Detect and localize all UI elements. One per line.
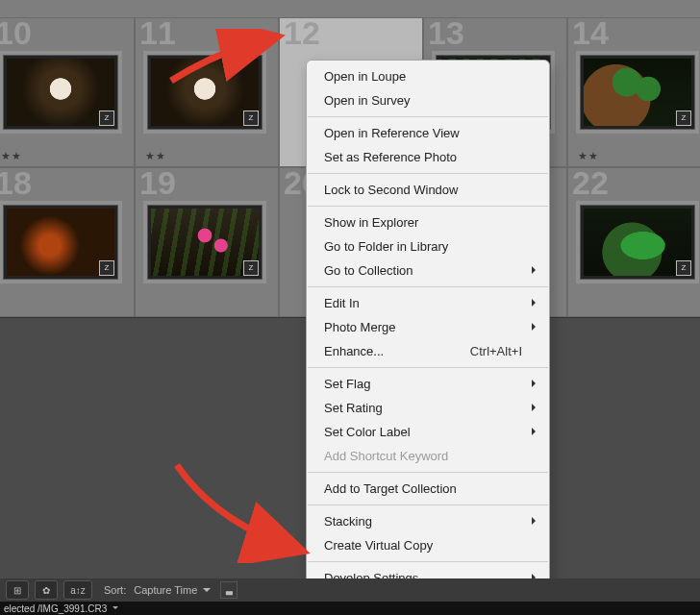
menu-separator xyxy=(308,173,548,174)
menu-photo-merge[interactable]: Photo Merge xyxy=(307,315,549,339)
grid-cell[interactable]: 11 Z ★★ xyxy=(135,17,279,167)
cell-index: 22 xyxy=(572,164,609,202)
thumbnail[interactable]: Z xyxy=(0,51,122,134)
menu-set-flag[interactable]: Set Flag xyxy=(307,372,549,396)
cell-index: 12 xyxy=(284,14,320,52)
thumbnail[interactable]: Z xyxy=(143,51,266,134)
menu-open-reference-view[interactable]: Open in Reference View xyxy=(307,121,549,145)
menu-separator xyxy=(308,504,548,505)
menu-separator xyxy=(308,286,548,287)
grid-cell[interactable]: 19 Z xyxy=(135,167,279,317)
bottom-toolbar: ⊞ ✿ a↕z Sort: Capture Time ▃ xyxy=(0,578,700,602)
menu-set-rating[interactable]: Set Rating xyxy=(307,396,549,420)
menu-separator xyxy=(308,116,548,117)
menu-show-explorer[interactable]: Show in Explorer xyxy=(307,210,549,234)
menu-enhance[interactable]: Enhance...Ctrl+Alt+I xyxy=(307,339,549,363)
menu-set-color-label[interactable]: Set Color Label xyxy=(307,420,549,444)
chevron-down-icon xyxy=(112,606,118,612)
thumbnail[interactable]: Z xyxy=(576,51,699,134)
format-badge-icon: Z xyxy=(243,260,259,276)
format-badge-icon: Z xyxy=(99,260,114,276)
menu-add-target-collection[interactable]: Add to Target Collection xyxy=(307,477,549,501)
menu-go-collection[interactable]: Go to Collection xyxy=(307,258,549,283)
menu-separator xyxy=(308,206,548,207)
star-rating[interactable]: ★★ xyxy=(578,150,599,162)
cell-index: 14 xyxy=(572,14,609,52)
format-badge-icon: Z xyxy=(243,111,259,126)
format-badge-icon: Z xyxy=(676,111,691,126)
chevron-down-icon xyxy=(203,588,211,596)
cell-index: 18 xyxy=(0,164,32,202)
menu-shortcut: Ctrl+Alt+I xyxy=(470,343,522,359)
cell-index: 11 xyxy=(139,14,176,52)
status-text: elected /IMG_3991.CR3 xyxy=(4,603,107,614)
format-badge-icon: Z xyxy=(676,260,691,276)
menu-add-shortcut-keyword: Add Shortcut Keyword xyxy=(307,444,549,468)
cell-index: 13 xyxy=(428,14,464,52)
format-badge-icon: Z xyxy=(99,111,114,126)
thumbnail[interactable]: Z xyxy=(576,201,699,283)
cell-index: 10 xyxy=(0,14,32,52)
menu-stacking[interactable]: Stacking xyxy=(307,509,549,533)
grid-cell[interactable]: 10 Z ★★ xyxy=(0,17,135,167)
spray-tool-button[interactable]: ✿ xyxy=(35,580,58,600)
grid-view-button[interactable]: ⊞ xyxy=(6,580,29,600)
thumbnail-grid: 10 Z ★★ 11 Z ★★ 12 13 Z ★★ 14 Z ★★ 18 Z … xyxy=(0,0,700,578)
sort-dropdown[interactable]: Capture Time xyxy=(134,584,211,596)
sort-value: Capture Time xyxy=(134,584,197,596)
menu-edit-in[interactable]: Edit In xyxy=(307,291,549,315)
menu-separator xyxy=(308,367,548,368)
grid-cell[interactable]: 14 Z ★★ xyxy=(567,17,700,167)
menu-separator xyxy=(308,561,548,562)
grid-cell[interactable]: 18 Z xyxy=(0,167,135,317)
context-menu: Open in Loupe Open in Survey Open in Ref… xyxy=(306,60,550,615)
star-rating[interactable]: ★★ xyxy=(145,150,166,162)
menu-item-label: Enhance... xyxy=(324,344,384,358)
menu-create-virtual-copy[interactable]: Create Virtual Copy xyxy=(307,533,549,557)
grid-cell[interactable]: 22 Z xyxy=(567,167,700,317)
menu-go-folder[interactable]: Go to Folder in Library xyxy=(307,234,549,258)
menu-set-reference-photo[interactable]: Set as Reference Photo xyxy=(307,145,549,169)
thumbnail[interactable]: Z xyxy=(143,201,266,283)
sort-label: Sort: xyxy=(104,584,126,596)
menu-separator xyxy=(308,472,548,473)
sort-order-button[interactable]: a↕z xyxy=(63,580,92,600)
star-rating[interactable]: ★★ xyxy=(1,150,22,162)
menu-open-loupe[interactable]: Open in Loupe xyxy=(307,64,549,88)
status-bar: elected /IMG_3991.CR3 xyxy=(0,602,700,615)
thumbnail[interactable]: Z xyxy=(0,201,122,283)
menu-lock-second-window[interactable]: Lock to Second Window xyxy=(307,178,549,202)
menu-open-survey[interactable]: Open in Survey xyxy=(307,88,549,112)
sort-direction-button[interactable]: ▃ xyxy=(220,581,238,599)
cell-index: 19 xyxy=(139,164,176,202)
